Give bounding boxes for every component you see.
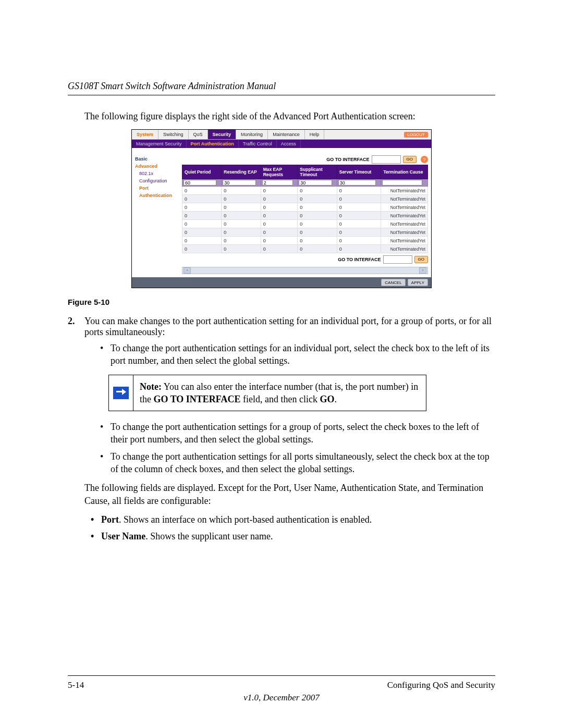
table-cell: 0 [261,220,298,228]
sub-tabs: Management Security Port Authentication … [132,140,431,148]
horizontal-scrollbar[interactable]: ‹ › [182,267,428,274]
step-2-text: You can make changes to the port authent… [84,316,495,338]
input-supplicant-timeout[interactable] [299,180,332,186]
termination-cause-cell: NotTerminatedYet [381,228,428,237]
fields-paragraph: The following fields are displayed. Exce… [84,482,495,507]
note-label: Note: [140,381,162,392]
table-cell: 0 [298,245,337,253]
running-header: GS108T Smart Switch Software Administrat… [68,81,495,92]
tab-switching[interactable]: Switching [158,130,189,139]
table-row: 00000NotTerminatedYet [182,237,428,245]
table-cell: 0 [222,228,261,237]
tab-qos[interactable]: QoS [189,130,208,139]
footer-version: v1.0, December 2007 [0,693,563,703]
termination-cause-cell: NotTerminatedYet [381,187,428,195]
tab-monitoring[interactable]: Monitoring [236,130,268,139]
input-server-timeout[interactable] [338,180,376,186]
input-resending-eap[interactable] [223,180,255,186]
note-box: Note: You can also enter the interface n… [108,375,426,412]
input-quiet-period[interactable] [183,180,216,186]
go-button-top[interactable]: GO [403,156,417,163]
intro-text: The following figure displays the right … [84,111,495,122]
table-row: 00000NotTerminatedYet [182,187,428,195]
col-quiet-period: Quiet Period [182,165,222,179]
table-cell: 0 [222,237,261,245]
logout-button[interactable]: LOGOUT [404,132,428,138]
table-cell: 0 [182,195,222,203]
table-cell: 0 [182,237,222,245]
note-text-2: field, and then click [241,394,320,404]
col-resending-eap: Resending EAP [222,165,261,179]
header-rule [68,95,495,95]
tab-security[interactable]: Security [208,130,237,139]
termination-cause-cell: NotTerminatedYet [381,195,428,203]
table-cell: 0 [337,237,381,245]
go-to-interface-input[interactable] [372,155,401,164]
go-to-interface-row-bottom: GO TO INTERFACE GO [182,255,428,264]
action-bar: CANCEL APPLY [132,277,431,288]
note-bold-go: GO [320,394,335,404]
go-to-interface-input-bottom[interactable] [383,255,412,264]
table-cell: 0 [298,203,337,212]
table-cell: 0 [222,187,261,195]
table-cell: 0 [222,203,261,212]
input-termination-cause[interactable] [382,180,422,186]
subtab-port-auth[interactable]: Port Authentication [187,140,239,148]
table-cell: 0 [298,212,337,220]
tab-maintenance[interactable]: Maintenance [268,130,305,139]
tab-system[interactable]: System [132,130,158,139]
table-cell: 0 [261,228,298,237]
field-user-name: User Name. Shows the supplicant user nam… [91,530,495,542]
scroll-left-icon[interactable]: ‹ [183,267,191,274]
table-row: 00000NotTerminatedYet [182,203,428,212]
termination-cause-cell: NotTerminatedYet [381,212,428,220]
table-cell: 0 [337,245,381,253]
go-to-interface-label: GO TO INTERFACE [326,157,369,162]
sidebar-advanced[interactable]: Advanced [135,163,176,170]
table-cell: 0 [337,228,381,237]
subtab-access[interactable]: Access [277,140,301,148]
table-cell: 0 [337,203,381,212]
col-supplicant-timeout: Supplicant Timeout [298,165,337,179]
content-area: GO TO INTERFACE GO ? Quiet Period Resend… [179,148,431,277]
table-cell: 0 [182,203,222,212]
subtab-mgmt-security[interactable]: Management Security [132,140,187,148]
page-number: 5-14 [68,680,84,690]
table-cell: 0 [298,237,337,245]
bullet-all-ports: To change the port authentication settin… [100,450,495,476]
sidebar-802-1x-cfg[interactable]: 802.1x Configuration [135,170,176,184]
help-icon[interactable]: ? [421,156,428,163]
cancel-button[interactable]: CANCEL [381,279,405,286]
step-2-number: 2. [68,316,84,338]
note-bold-go-to-interface: GO TO INTERFACE [154,394,241,404]
apply-button[interactable]: APPLY [408,279,428,286]
go-button-bottom[interactable]: GO [414,256,428,263]
sidebar-basic[interactable]: Basic [135,155,176,163]
termination-cause-cell: NotTerminatedYet [381,245,428,253]
table-cell: 0 [298,195,337,203]
field-user-text: . Shows the supplicant user name. [145,531,273,541]
field-port-text: . Shows an interface on which port-based… [119,514,372,525]
go-to-interface-row-top: GO TO INTERFACE GO ? [182,155,428,164]
footer-rule [68,675,495,676]
note-icon-cell [109,375,133,411]
go-to-interface-label-bottom: GO TO INTERFACE [338,257,381,262]
table-row: 00000NotTerminatedYet [182,245,428,253]
input-max-eap[interactable] [262,180,293,186]
table-cell: 0 [182,187,222,195]
table-cell: 0 [298,228,337,237]
table-cell: 0 [337,187,381,195]
tab-help[interactable]: Help [305,130,325,139]
table-cell: 0 [261,237,298,245]
table-cell: 0 [222,245,261,253]
bullet-individual-port: To change the port authentication settin… [100,342,495,367]
footer-row: 5-14 Configuring QoS and Security [68,680,495,690]
note-text-3: . [335,394,337,404]
col-server-timeout: Server Timeout [337,165,381,179]
scroll-right-icon[interactable]: › [419,267,426,274]
field-port: Port. Shows an interface on which port-b… [91,513,495,526]
subtab-traffic-control[interactable]: Traffic Control [239,140,277,148]
termination-cause-cell: NotTerminatedYet [381,203,428,212]
table-cell: 0 [261,203,298,212]
sidebar-port-auth[interactable]: Port Authentication [135,184,176,199]
